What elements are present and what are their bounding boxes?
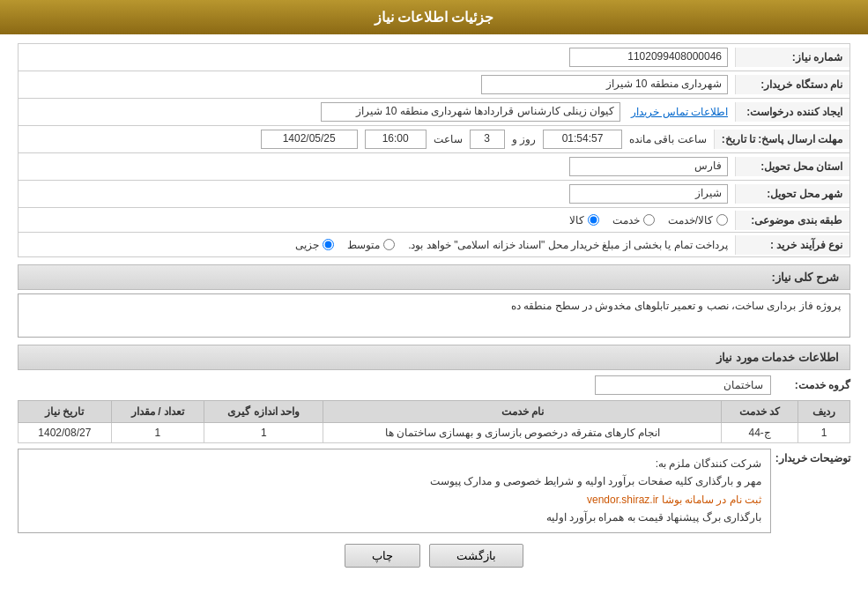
services-section-title: اطلاعات خدمات مورد نیاز: [18, 345, 850, 370]
back-button[interactable]: بازگشت: [429, 544, 523, 568]
buttons-row: بازگشت چاپ: [18, 544, 850, 568]
subject-radio-label-1: کالا: [569, 214, 584, 227]
creator-row: ایجاد کننده درخواست: اطلاعات تماس خریدار…: [18, 99, 850, 126]
cell-row-num: 1: [798, 423, 850, 443]
creator-label: ایجاد کننده درخواست:: [735, 102, 849, 122]
table-header-row: ردیف کد خدمت نام خدمت واحد اندازه گیری ت…: [19, 401, 850, 423]
purchase-radio-mutawassit[interactable]: متوسط: [347, 239, 395, 251]
remaining-input[interactable]: 01:54:57: [543, 130, 622, 149]
city-input[interactable]: شیراز: [569, 184, 728, 204]
deadline-row: مهلت ارسال پاسخ: تا تاریخ: ساعت باقی مان…: [18, 126, 850, 153]
subject-radio-input-2[interactable]: [643, 214, 655, 226]
buyer-notes-line3: ثبت نام در سامانه بوشا vendor.shiraz.ir: [27, 491, 761, 509]
col-row-num: ردیف: [798, 401, 850, 423]
city-value: شیراز: [19, 181, 735, 207]
purchase-radio-label-2: متوسط: [347, 239, 380, 251]
page-header: جزئیات اطلاعات نیاز: [0, 0, 868, 34]
table-row: 1 ج-44 انجام کارهای متفرقه درخصوص بازساز…: [19, 423, 850, 443]
creator-value: اطلاعات تماس خریدار کیوان زینلی کارشناس …: [19, 99, 735, 125]
province-input[interactable]: فارس: [569, 157, 728, 176]
remaining-label: ساعت باقی مانده: [629, 133, 707, 145]
subject-radio-label-2: خدمت: [612, 214, 640, 227]
page-title: جزئیات اطلاعات نیاز: [375, 10, 494, 25]
creator-input[interactable]: کیوان زینلی کارشناس قراردادها شهرداری من…: [321, 102, 620, 122]
city-label: شهر محل تحویل:: [735, 184, 849, 204]
buyer-notes-label: توضیحات خریدار:: [771, 449, 850, 533]
subject-radio-kala-khidmat[interactable]: کالا/خدمت: [668, 214, 728, 227]
buyer-notes-line2: مهر و بارگذاری کلیه صفحات برآورد اولیه و…: [27, 472, 761, 490]
subject-radio-label-3: کالا/خدمت: [668, 214, 713, 227]
buyer-org-input[interactable]: شهرداری منطقه 10 شیراز: [481, 75, 728, 94]
deadline-label: مهلت ارسال پاسخ: تا تاریخ:: [714, 130, 849, 149]
buyer-org-row: نام دستگاه خریدار: شهرداری منطقه 10 شیرا…: [18, 71, 850, 99]
cell-qty: 1: [111, 423, 204, 443]
buyer-notes-content: شرکت کنندگان ملزم به: مهر و بارگذاری کلی…: [18, 449, 771, 533]
service-group-label: گروه خدمت:: [771, 379, 850, 391]
cell-unit: 1: [204, 423, 323, 443]
buyer-notes-line4: بارگذاری برگ پیشنهاد قیمت به همراه برآور…: [27, 509, 761, 526]
days-label: روز و: [512, 133, 536, 145]
service-group-value: ساختمان: [595, 375, 771, 395]
buyer-notes-section: توضیحات خریدار: شرکت کنندگان ملزم به: مه…: [18, 449, 850, 533]
purchase-radio-juzii[interactable]: جزیی: [295, 239, 334, 251]
buyer-org-label: نام دستگاه خریدار:: [735, 75, 849, 94]
province-row: استان محل تحویل: فارس: [18, 153, 850, 181]
cell-service-name: انجام کارهای متفرقه درخصوص بازسازی و بهس…: [323, 423, 722, 443]
subject-radios: کالا/خدمت خدمت کالا: [19, 211, 735, 230]
buyer-notes-line1: شرکت کنندگان ملزم به:: [27, 455, 761, 472]
cell-date: 1402/08/27: [19, 423, 112, 443]
need-number-input[interactable]: 1102099408000046: [569, 48, 728, 67]
time-input[interactable]: 16:00: [365, 130, 427, 149]
subject-row: طبقه بندی موضوعی: کالا/خدمت خدمت کالا: [18, 208, 850, 233]
purchase-radio-input-2[interactable]: [383, 239, 395, 250]
buyer-org-value: شهرداری منطقه 10 شیراز: [19, 71, 735, 98]
creator-contact-link[interactable]: اطلاعات تماس خریدار: [631, 106, 728, 118]
general-desc-section-title: شرح کلی نیاز:: [18, 264, 850, 290]
col-service-name: نام خدمت: [323, 401, 722, 423]
purchase-type-row: نوع فرآیند خرید : پرداخت تمام یا بخشی از…: [18, 233, 850, 257]
need-number-value: 1102099408000046: [19, 44, 735, 71]
date-input[interactable]: 1402/05/25: [261, 130, 358, 149]
col-service-code: کد خدمت: [722, 401, 798, 423]
col-date: تاریخ نیاز: [19, 401, 112, 423]
deadline-value: ساعت باقی مانده 01:54:57 روز و 3 ساعت 16…: [19, 126, 714, 152]
subject-radio-khidmat[interactable]: خدمت: [612, 214, 655, 227]
general-desc-box: پروژه فاز برداری ساخت، نصب و تعمیر تابلو…: [18, 293, 850, 338]
general-desc-label: شرح کلی نیاز:: [771, 271, 839, 284]
print-button[interactable]: چاپ: [345, 544, 420, 568]
province-value: فارس: [19, 153, 735, 180]
purchase-type-label: نوع فرآیند خرید :: [735, 235, 849, 255]
need-number-row: شماره نیاز: 1102099408000046: [18, 43, 850, 71]
province-label: استان محل تحویل:: [735, 157, 849, 176]
purchase-type-value: پرداخت تمام یا بخشی از مبلغ خریدار محل "…: [19, 235, 735, 255]
subject-radio-input-3[interactable]: [716, 214, 728, 226]
subject-radio-input-1[interactable]: [588, 214, 599, 226]
subject-radio-kala[interactable]: کالا: [569, 214, 599, 227]
days-input[interactable]: 3: [470, 130, 505, 149]
cell-service-code: ج-44: [722, 423, 798, 443]
service-group-row: گروه خدمت: ساختمان: [18, 375, 850, 395]
services-table: ردیف کد خدمت نام خدمت واحد اندازه گیری ت…: [18, 400, 850, 443]
subject-label: طبقه بندی موضوعی:: [735, 211, 849, 230]
need-number-label: شماره نیاز:: [735, 48, 849, 67]
col-qty: تعداد / مقدار: [111, 401, 204, 423]
purchase-radio-label-1: جزیی: [295, 239, 319, 251]
col-unit: واحد اندازه گیری: [204, 401, 323, 423]
purchase-note: پرداخت تمام یا بخشی از مبلغ خریدار محل "…: [408, 239, 728, 251]
services-label: اطلاعات خدمات مورد نیاز: [716, 351, 839, 364]
time-label: ساعت: [434, 133, 463, 145]
city-row: شهر محل تحویل: شیراز: [18, 181, 850, 208]
page-wrapper: جزئیات اطلاعات نیاز شماره نیاز: 11020994…: [0, 0, 868, 609]
content-area: شماره نیاز: 1102099408000046 نام دستگاه …: [0, 34, 868, 585]
purchase-radio-input-1[interactable]: [323, 239, 334, 250]
